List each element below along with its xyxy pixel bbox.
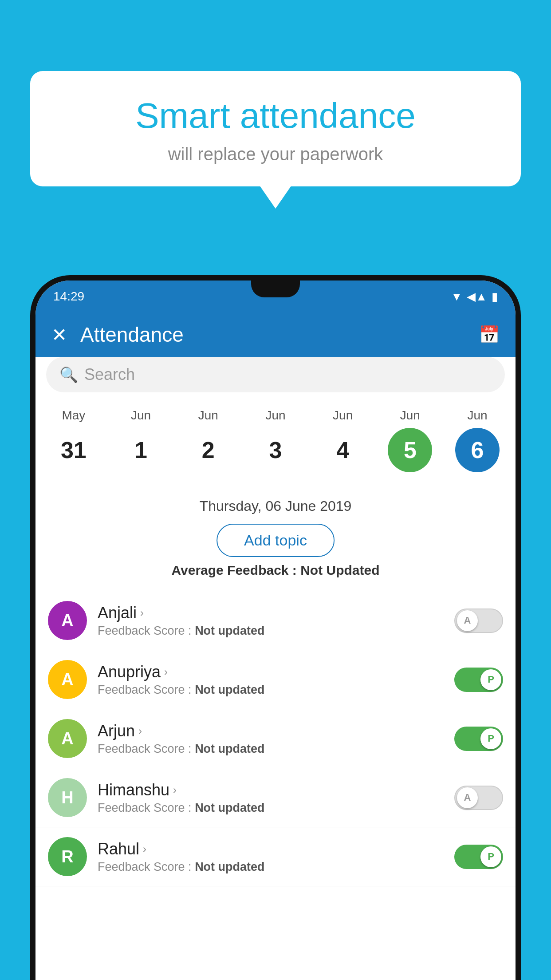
student-feedback-score: Feedback Score : Not updated (98, 742, 444, 756)
chevron-right-icon: › (164, 666, 168, 678)
student-item[interactable]: AAnupriya ›Feedback Score : Not updatedP (35, 650, 516, 709)
student-list: AAnjali ›Feedback Score : Not updatedAAA… (35, 591, 516, 980)
student-info: Anjali ›Feedback Score : Not updated (98, 604, 444, 638)
toggle-knob: A (457, 610, 478, 631)
calendar-day[interactable]: Jun4 (316, 408, 370, 472)
cal-date-number[interactable]: 1 (119, 428, 163, 472)
avatar: A (48, 660, 87, 699)
avg-feedback-label: Average Feedback : (171, 563, 300, 577)
student-feedback-score: Feedback Score : Not updated (98, 683, 444, 697)
cal-month-label: May (62, 408, 85, 423)
cal-month-label: Jun (333, 408, 353, 423)
cal-date-number[interactable]: 4 (321, 428, 365, 472)
cal-date-number[interactable]: 5 (388, 428, 432, 472)
selected-date-label: Thursday, 06 June 2019 (35, 498, 516, 514)
attendance-toggle[interactable]: P (454, 727, 503, 751)
student-info: Anupriya ›Feedback Score : Not updated (98, 663, 444, 697)
student-info: Arjun ›Feedback Score : Not updated (98, 722, 444, 756)
search-input[interactable]: Search (84, 365, 135, 384)
attendance-toggle[interactable]: A (454, 786, 503, 810)
chevron-right-icon: › (140, 607, 144, 619)
close-button[interactable]: ✕ (51, 324, 67, 346)
student-item[interactable]: RRahul ›Feedback Score : Not updatedP (35, 827, 516, 886)
toggle-knob: P (480, 846, 501, 867)
attendance-toggle[interactable]: P (454, 668, 503, 692)
calendar-icon[interactable]: 📅 (479, 325, 500, 344)
avatar: A (48, 601, 87, 640)
student-name: Rahul › (98, 840, 444, 858)
avg-feedback-value: Not Updated (300, 563, 379, 577)
phone-inner: 14:29 ▼ ◀▲ ▮ ✕ Attendance 📅 🔍 Search May… (35, 281, 516, 980)
toggle-knob: P (480, 728, 501, 749)
bubble-title: Smart attendance (57, 95, 494, 136)
calendar-day[interactable]: Jun1 (114, 408, 168, 472)
toggle-knob: P (480, 669, 501, 690)
bubble-subtitle: will replace your paperwork (57, 144, 494, 164)
cal-date-number[interactable]: 3 (253, 428, 298, 472)
status-icons: ▼ ◀▲ ▮ (451, 290, 498, 304)
status-time: 14:29 (53, 289, 84, 304)
cal-month-label: Jun (198, 408, 218, 423)
student-name: Arjun › (98, 722, 444, 740)
calendar-strip: May31Jun1Jun2Jun3Jun4Jun5Jun6 (35, 399, 516, 477)
calendar-day[interactable]: Jun2 (181, 408, 235, 472)
chevron-right-icon: › (143, 843, 146, 855)
calendar-day[interactable]: Jun5 (383, 408, 437, 472)
search-bar[interactable]: 🔍 Search (46, 357, 505, 392)
add-topic-button[interactable]: Add topic (216, 524, 335, 557)
cal-month-label: Jun (131, 408, 151, 423)
app-header: ✕ Attendance 📅 (35, 312, 516, 357)
phone-frame: 14:29 ▼ ◀▲ ▮ ✕ Attendance 📅 🔍 Search May… (30, 275, 521, 980)
search-icon: 🔍 (59, 366, 78, 383)
phone-notch (251, 281, 300, 297)
speech-bubble: Smart attendance will replace your paper… (30, 71, 521, 186)
chevron-right-icon: › (138, 725, 142, 737)
cal-date-number[interactable]: 2 (186, 428, 230, 472)
student-feedback-score: Feedback Score : Not updated (98, 801, 444, 815)
cal-date-number[interactable]: 31 (51, 428, 96, 472)
avatar: A (48, 719, 87, 758)
student-item[interactable]: HHimanshu ›Feedback Score : Not updatedA (35, 768, 516, 827)
calendar-day[interactable]: Jun3 (249, 408, 302, 472)
student-feedback-score: Feedback Score : Not updated (98, 860, 444, 874)
avatar: R (48, 837, 87, 876)
calendar-day[interactable]: May31 (47, 408, 100, 472)
battery-icon: ▮ (492, 290, 498, 304)
cal-date-number[interactable]: 6 (455, 428, 500, 472)
attendance-toggle[interactable]: A (454, 609, 503, 633)
cal-month-label: Jun (400, 408, 420, 423)
student-name: Himanshu › (98, 781, 444, 799)
student-info: Rahul ›Feedback Score : Not updated (98, 840, 444, 874)
toggle-knob: A (457, 787, 478, 808)
student-name: Anupriya › (98, 663, 444, 681)
calendar-day[interactable]: Jun6 (451, 408, 504, 472)
attendance-toggle[interactable]: P (454, 845, 503, 869)
avatar: H (48, 778, 87, 817)
student-feedback-score: Feedback Score : Not updated (98, 624, 444, 638)
wifi-icon: ▼ (451, 290, 463, 304)
cal-month-label: Jun (467, 408, 487, 423)
student-item[interactable]: AAnjali ›Feedback Score : Not updatedA (35, 591, 516, 650)
cal-month-label: Jun (265, 408, 285, 423)
header-title: Attendance (80, 323, 479, 347)
chevron-right-icon: › (173, 784, 177, 796)
student-name: Anjali › (98, 604, 444, 622)
student-info: Himanshu ›Feedback Score : Not updated (98, 781, 444, 815)
avg-feedback: Average Feedback : Not Updated (35, 563, 516, 578)
signal-icon: ◀▲ (467, 290, 487, 304)
student-item[interactable]: AArjun ›Feedback Score : Not updatedP (35, 709, 516, 768)
